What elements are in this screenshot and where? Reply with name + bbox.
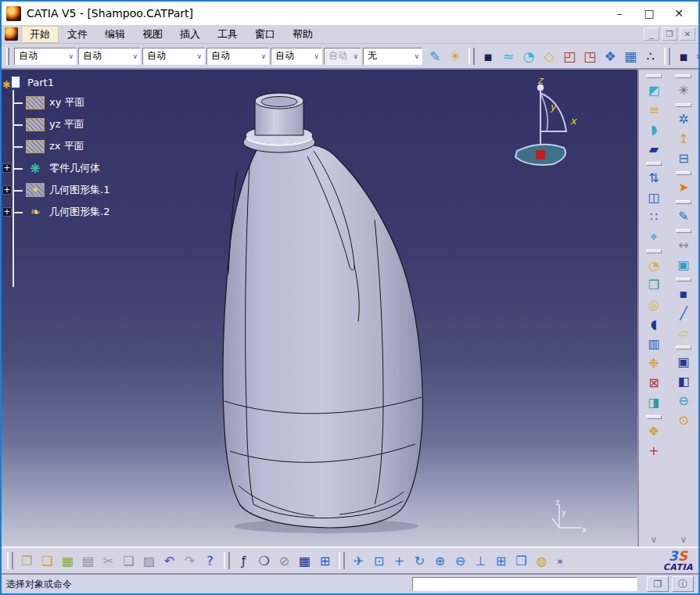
dialog-toggle-button[interactable]: ❐ [647,576,669,592]
sweep-surface-icon[interactable]: ◔ [641,256,666,275]
tree-item-yz-plane[interactable]: + yz 平面 [5,113,109,135]
toolbar-overflow-chevron[interactable]: » [696,50,700,62]
minimize-button[interactable]: – [605,4,634,23]
join-icon[interactable]: ❖ [641,421,666,441]
iso-view-icon[interactable]: ❒ [512,550,531,571]
design-table-icon[interactable]: ▦ [295,550,314,571]
more-tools-chevron[interactable]: ∨ [641,532,666,547]
lock-icon[interactable]: ⊘ [275,550,294,571]
power-input-field[interactable] [412,577,637,591]
reframe-icon[interactable]: ⌖ [641,227,666,246]
symmetry-icon[interactable]: ◫ [641,188,666,207]
select-face-icon[interactable]: ◰ [559,46,580,66]
sew-surface-icon[interactable]: ◨ [641,392,666,412]
print-icon[interactable]: ▤ [78,550,98,571]
context-help-icon[interactable]: ? [200,550,220,571]
tree-expander[interactable]: + [2,185,12,195]
toolbar-drag-handle[interactable] [339,552,345,569]
menu-item-insert[interactable]: 插入 [171,26,209,43]
tree-root-part1[interactable]: Part1 [5,73,109,91]
plane-icon[interactable]: ▱ [671,323,696,342]
hole-icon[interactable]: ⊙ [671,410,696,430]
zoom-in-icon[interactable]: ⊕ [430,550,450,571]
copy-icon[interactable]: ❏ [119,550,138,571]
fill-surface-icon[interactable]: ▰ [641,139,666,159]
geodesic-icon[interactable]: ❉ [641,353,666,373]
render-style-icon[interactable]: ◍ [532,550,551,571]
more-tools-chevron[interactable]: ∨ [671,532,696,547]
toolbar-drag-handle[interactable] [646,249,662,253]
chevron-down-icon[interactable]: ∨ [314,52,319,60]
help-info-button[interactable]: ⓘ [672,576,694,592]
toolbar-overflow-chevron[interactable]: » [557,555,566,567]
mdi-restore-button[interactable]: ❐ [662,27,677,41]
cut-icon[interactable]: ✂ [99,550,118,571]
volume-filter-icon[interactable]: ◇ [539,46,559,66]
sketcher-icon[interactable]: ✎ [671,206,696,226]
revolve-surface-icon[interactable]: ◗ [641,120,666,139]
chevron-down-icon[interactable]: ∨ [414,52,419,60]
paste-icon[interactable]: ▨ [139,550,159,571]
filter-combo-2[interactable]: 自动 ∨ [78,48,141,65]
point-icon[interactable]: ▪ [671,284,696,303]
curve-filter-icon[interactable]: ≈ [498,46,519,66]
toolbar-drag-handle[interactable] [676,103,691,107]
toolbar-drag-handle[interactable] [646,415,662,419]
update-icon[interactable]: ✲ [671,109,696,129]
selection-filter-combo[interactable]: 无 ∨ [363,48,422,65]
normal-view-icon[interactable]: ⊥ [471,550,490,571]
structure-icon[interactable]: ⊞ [315,550,335,571]
thick-surface-icon[interactable]: ❒ [641,275,666,295]
toolbar-drag-handle[interactable] [676,171,691,175]
toolbar-drag-handle[interactable] [664,48,670,65]
toolbar-drag-handle[interactable] [468,48,475,65]
open-folder-icon[interactable]: ❑ [38,550,57,571]
knowledge-icon[interactable]: ❍ [254,550,274,571]
groove-icon[interactable]: ⊖ [671,391,696,410]
filter-combo-4[interactable]: 自动 ∨ [206,48,269,65]
toolbar-drag-handle[interactable] [7,552,13,569]
toolbar-drag-handle[interactable] [676,346,691,349]
tool-dot-icon[interactable]: ▪ [673,46,694,66]
toolbar-drag-handle[interactable] [676,278,691,281]
save-icon[interactable]: ▦ [58,550,77,571]
multi-section-surface-icon[interactable]: ≡ [641,100,666,120]
fly-mode-icon[interactable]: ✈ [349,550,368,571]
shell-icon[interactable]: ◖ [641,314,666,334]
toolbar-drag-handle[interactable] [224,552,230,569]
exit-sketch-icon[interactable]: ↥ [671,129,696,149]
menu-item-file[interactable]: 文件 [59,26,96,43]
undo-icon[interactable]: ↶ [160,550,179,571]
tree-item-geoset-1[interactable]: + ✦ 几何图形集.1 [5,179,109,201]
quad-view-icon[interactable]: ⊞ [491,550,511,571]
mdi-minimize-button[interactable]: _ [644,27,659,41]
pan-icon[interactable]: + [389,550,409,571]
close-button[interactable]: ✕ [664,4,694,23]
filter-combo-5[interactable]: 自动 ∨ [271,48,322,65]
menu-item-start[interactable]: 开始 [21,26,59,43]
tree-item-xy-plane[interactable]: + xy 平面 [5,91,109,113]
constraint-box-icon[interactable]: ▣ [671,255,696,274]
paint-all-icon[interactable]: ✎ [425,46,445,66]
select-points-icon[interactable]: ∴ [641,46,661,66]
tree-item-zx-plane[interactable]: + zx 平面 [5,135,109,157]
filter-combo-3[interactable]: 自动 ∨ [142,48,205,65]
surface-filter-icon[interactable]: ◔ [519,46,539,66]
tree-expander[interactable]: + [2,163,12,173]
mdi-close-button[interactable]: ✕ [680,27,695,41]
smart-pick-icon[interactable]: ☀ [445,46,465,66]
constraint-icon[interactable]: ↔ [671,235,696,255]
formula-icon[interactable]: ƒ [234,550,253,571]
toolbar-drag-handle[interactable] [646,162,662,166]
select-brush-icon[interactable]: ❖ [600,46,620,66]
tree-item-geoset-2[interactable]: + ❧ 几何图形集.2 [5,201,109,223]
new-file-icon[interactable]: ❐ [17,550,37,571]
remove-face-icon[interactable]: ⊠ [641,373,666,392]
toolbar-drag-handle[interactable] [676,200,691,204]
chevron-down-icon[interactable]: ∨ [68,52,74,60]
select-adjacent-icon[interactable]: ◳ [580,46,600,66]
toolbar-drag-handle[interactable] [6,48,9,65]
close-surface-icon[interactable]: ◎ [641,295,666,314]
chevron-down-icon[interactable]: ∨ [353,52,358,60]
chevron-down-icon[interactable]: ∨ [260,52,266,60]
